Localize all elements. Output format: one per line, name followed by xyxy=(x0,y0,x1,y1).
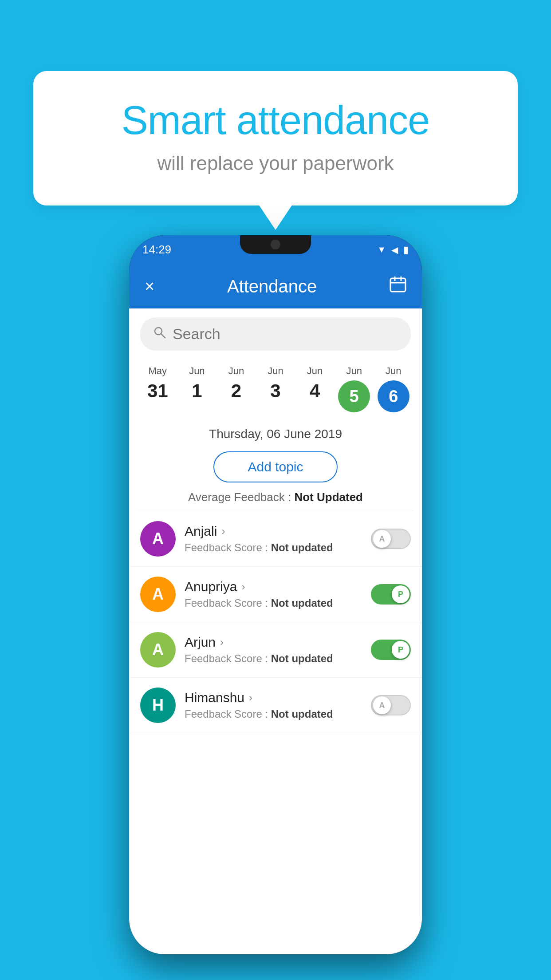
search-input[interactable] xyxy=(173,325,398,343)
phone-frame: 14:29 ▼ ◀ ▮ × Attendance xyxy=(129,235,422,954)
chevron-icon: › xyxy=(220,636,224,648)
status-icons: ▼ ◀ ▮ xyxy=(377,244,409,256)
speech-bubble: Smart attendance will replace your paper… xyxy=(33,71,518,205)
speech-bubble-subtitle: will replace your paperwork xyxy=(69,152,482,174)
search-bar[interactable] xyxy=(140,317,411,351)
signal-icon: ◀ xyxy=(391,245,398,255)
date-item-jun1[interactable]: Jun 1 xyxy=(177,362,217,419)
toggle-arjun[interactable]: P xyxy=(371,640,411,660)
date-item-jun4[interactable]: Jun 4 xyxy=(295,362,335,419)
feedback-label: Feedback Score : xyxy=(185,708,271,720)
phone-wrapper: 14:29 ▼ ◀ ▮ × Attendance xyxy=(129,235,422,954)
avg-feedback: Average Feedback : Not Updated xyxy=(129,490,422,504)
selected-date: Thursday, 06 June 2019 xyxy=(129,419,422,448)
date-item-may31[interactable]: May 31 xyxy=(138,362,177,419)
student-list: A Anjali › Feedback Score : Not updated xyxy=(129,511,422,733)
feedback-value-anjali: Not updated xyxy=(271,541,333,553)
phone-notch xyxy=(240,235,311,254)
toggle-anjali[interactable]: A xyxy=(371,529,411,549)
date-item-jun3[interactable]: Jun 3 xyxy=(256,362,295,419)
avatar-anupriya: A xyxy=(140,577,176,612)
chevron-icon: › xyxy=(241,581,245,593)
avatar-anjali: A xyxy=(140,521,176,557)
chevron-icon: › xyxy=(249,692,252,704)
screen-content: May 31 Jun 1 Jun 2 Jun 3 Jun 4 xyxy=(129,308,422,954)
avg-feedback-label: Average Feedback : xyxy=(188,490,291,504)
phone-camera xyxy=(271,240,280,249)
avatar-himanshu: H xyxy=(140,688,176,723)
speech-bubble-title: Smart attendance xyxy=(69,98,482,143)
student-info-himanshu: Himanshu › Feedback Score : Not updated xyxy=(185,690,362,720)
avg-feedback-value: Not Updated xyxy=(294,490,363,504)
avatar-arjun: A xyxy=(140,632,176,668)
add-topic-button[interactable]: Add topic xyxy=(213,451,338,482)
toggle-anupriya[interactable]: P xyxy=(371,584,411,605)
search-icon xyxy=(153,326,166,342)
toggle-himanshu[interactable]: A xyxy=(371,695,411,715)
battery-icon: ▮ xyxy=(403,244,409,256)
feedback-value-himanshu: Not updated xyxy=(271,708,333,720)
close-button[interactable]: × xyxy=(145,277,154,296)
student-name-anjali: Anjali xyxy=(185,524,217,539)
speech-bubble-container: Smart attendance will replace your paper… xyxy=(33,71,518,205)
student-info-anupriya: Anupriya › Feedback Score : Not updated xyxy=(185,579,362,609)
student-item-anupriya[interactable]: A Anupriya › Feedback Score : Not update… xyxy=(129,567,422,622)
student-item-arjun[interactable]: A Arjun › Feedback Score : Not updated xyxy=(129,622,422,678)
feedback-label: Feedback Score : xyxy=(185,597,271,609)
student-name-anupriya: Anupriya xyxy=(185,579,237,594)
chevron-icon: › xyxy=(221,525,225,537)
app-header: × Attendance xyxy=(129,264,422,308)
date-strip: May 31 Jun 1 Jun 2 Jun 3 Jun 4 xyxy=(129,357,422,419)
student-name-himanshu: Himanshu xyxy=(185,690,244,705)
date-item-jun6[interactable]: Jun 6 xyxy=(374,362,413,419)
feedback-label: Feedback Score : xyxy=(185,652,271,664)
student-info-arjun: Arjun › Feedback Score : Not updated xyxy=(185,635,362,665)
student-info-anjali: Anjali › Feedback Score : Not updated xyxy=(185,524,362,554)
student-name-arjun: Arjun xyxy=(185,635,216,650)
wifi-icon: ▼ xyxy=(377,245,386,255)
status-time: 14:29 xyxy=(142,243,171,257)
feedback-label: Feedback Score : xyxy=(185,541,271,553)
feedback-value-anupriya: Not updated xyxy=(271,597,333,609)
svg-line-5 xyxy=(161,334,165,338)
date-item-jun5[interactable]: Jun 5 xyxy=(335,362,374,419)
header-title: Attendance xyxy=(227,277,317,296)
date-item-jun2[interactable]: Jun 2 xyxy=(216,362,256,419)
student-item-himanshu[interactable]: H Himanshu › Feedback Score : Not update… xyxy=(129,678,422,733)
svg-rect-0 xyxy=(390,278,405,292)
student-item-anjali[interactable]: A Anjali › Feedback Score : Not updated xyxy=(129,511,422,567)
feedback-value-arjun: Not updated xyxy=(271,652,333,664)
calendar-icon[interactable] xyxy=(390,277,406,296)
